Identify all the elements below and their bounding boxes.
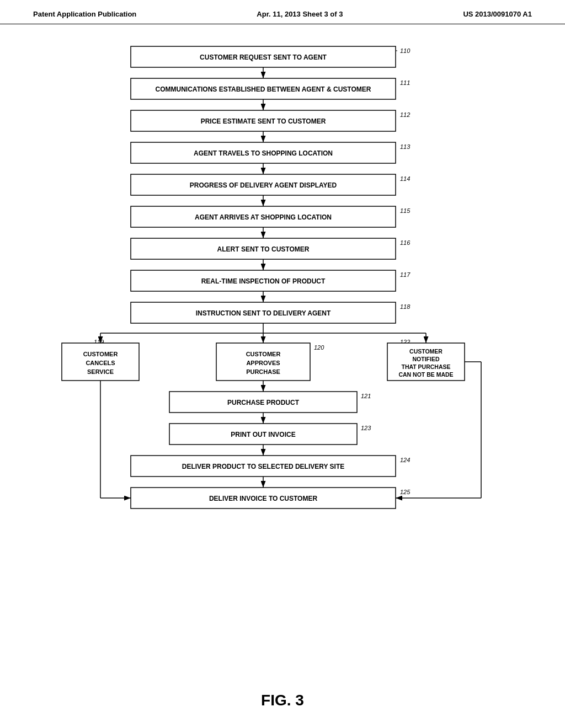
header-center: Apr. 11, 2013 Sheet 3 of 3 — [257, 10, 343, 18]
svg-text:114: 114 — [400, 175, 410, 182]
svg-text:DELIVER INVOICE TO CUSTOMER: DELIVER INVOICE TO CUSTOMER — [209, 495, 318, 502]
svg-text:120: 120 — [314, 344, 324, 351]
svg-text:SERVICE: SERVICE — [87, 368, 114, 375]
header: Patent Application Publication Apr. 11, … — [0, 0, 565, 24]
header-right: US 2013/0091070 A1 — [463, 10, 532, 18]
header-left: Patent Application Publication — [33, 10, 136, 18]
svg-text:CUSTOMER: CUSTOMER — [409, 348, 443, 355]
svg-text:CAN NOT BE MADE: CAN NOT BE MADE — [398, 371, 453, 378]
svg-text:THAT PURCHASE: THAT PURCHASE — [401, 363, 450, 370]
svg-text:PURCHASE: PURCHASE — [246, 368, 280, 375]
svg-text:INSTRUCTION SENT TO DELIVERY A: INSTRUCTION SENT TO DELIVERY AGENT — [196, 309, 331, 317]
svg-text:113: 113 — [400, 143, 411, 150]
svg-text:AGENT ARRIVES AT SHOPPING LOCA: AGENT ARRIVES AT SHOPPING LOCATION — [195, 213, 332, 221]
main-content: CUSTOMER REQUEST SENT TO AGENT 110 COMMU… — [0, 24, 565, 720]
svg-text:PROGRESS OF DELIVERY AGENT DIS: PROGRESS OF DELIVERY AGENT DISPLAYED — [190, 181, 337, 189]
svg-text:121: 121 — [361, 393, 371, 399]
svg-text:PURCHASE PRODUCT: PURCHASE PRODUCT — [227, 399, 300, 406]
svg-text:DELIVER PRODUCT TO SELECTED DE: DELIVER PRODUCT TO SELECTED DELIVERY SIT… — [182, 463, 345, 470]
svg-text:123: 123 — [361, 425, 371, 431]
svg-text:117: 117 — [400, 271, 411, 278]
svg-text:CUSTOMER: CUSTOMER — [246, 351, 281, 357]
svg-text:125: 125 — [400, 489, 411, 495]
svg-text:CUSTOMER REQUEST SENT TO AGENT: CUSTOMER REQUEST SENT TO AGENT — [200, 53, 327, 61]
svg-text:CANCELS: CANCELS — [86, 360, 115, 366]
svg-text:REAL-TIME INSPECTION OF PRODUC: REAL-TIME INSPECTION OF PRODUCT — [201, 277, 326, 285]
flowchart-svg: CUSTOMER REQUEST SENT TO AGENT 110 COMMU… — [45, 41, 520, 675]
svg-text:ALERT SENT TO CUSTOMER: ALERT SENT TO CUSTOMER — [217, 245, 310, 253]
svg-text:APPROVES: APPROVES — [246, 360, 280, 366]
figure-caption: FIG. 3 — [261, 692, 304, 709]
svg-text:PRINT OUT INVOICE: PRINT OUT INVOICE — [231, 431, 295, 438]
svg-text:124: 124 — [400, 457, 410, 463]
svg-text:112: 112 — [400, 111, 410, 118]
svg-text:COMMUNICATIONS ESTABLISHED BET: COMMUNICATIONS ESTABLISHED BETWEEN AGENT… — [156, 85, 371, 93]
svg-text:110: 110 — [400, 47, 411, 54]
svg-text:118: 118 — [400, 303, 411, 310]
svg-text:PRICE ESTIMATE SENT TO CUSTOME: PRICE ESTIMATE SENT TO CUSTOMER — [201, 117, 326, 125]
svg-text:NOTIFIED: NOTIFIED — [413, 356, 440, 362]
svg-text:AGENT TRAVELS TO SHOPPING LOCA: AGENT TRAVELS TO SHOPPING LOCATION — [194, 149, 333, 157]
svg-text:115: 115 — [400, 207, 411, 214]
svg-text:111: 111 — [400, 79, 410, 86]
svg-text:CUSTOMER: CUSTOMER — [83, 351, 118, 357]
svg-text:116: 116 — [400, 239, 411, 246]
